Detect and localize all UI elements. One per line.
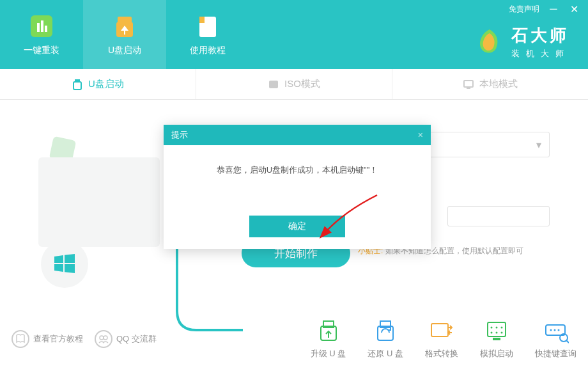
ok-label: 确定 <box>288 221 306 232</box>
mode-tab-iso[interactable]: ISO模式 <box>196 69 392 99</box>
iso-icon <box>268 79 279 90</box>
svg-rect-9 <box>74 82 81 90</box>
svg-rect-3 <box>45 26 47 32</box>
svg-rect-25 <box>493 338 500 340</box>
header-tabs: 一键重装 U盘启动 使用教程 <box>0 0 249 69</box>
people-icon <box>95 330 112 348</box>
action-4[interactable]: 快捷键查询 <box>535 319 576 359</box>
disclaimer-link[interactable]: 免责声明 <box>509 4 539 15</box>
link-label: QQ 交流群 <box>116 333 157 345</box>
brand-logo-icon <box>474 27 505 58</box>
footer-links: 查看官方教程 QQ 交流群 <box>12 330 157 348</box>
svg-point-27 <box>496 327 498 329</box>
footer-actions: 升级 U 盘还原 U 盘格式转换模拟启动快捷键查询 <box>311 319 576 359</box>
svg-point-29 <box>491 332 493 334</box>
brand-subtitle: 装机大师 <box>511 48 570 59</box>
action-icon <box>428 319 456 344</box>
action-label: 格式转换 <box>425 348 458 359</box>
tutorial-link[interactable]: 查看官方教程 <box>12 330 83 348</box>
book-icon <box>12 330 29 348</box>
minimize-button[interactable]: ─ <box>547 3 560 15</box>
dialog-header: 提示 × <box>164 125 431 145</box>
brand-title: 石大师 <box>511 24 570 47</box>
tutorial-icon <box>194 13 221 40</box>
tab-tutorial[interactable]: 使用教程 <box>166 0 249 69</box>
action-label: 快捷键查询 <box>535 348 576 359</box>
svg-point-17 <box>100 336 104 340</box>
action-3[interactable]: 模拟启动 <box>480 319 513 359</box>
svg-point-28 <box>501 327 503 329</box>
action-icon <box>371 319 399 344</box>
mode-tab-label: U盘启动 <box>88 78 124 90</box>
svg-point-33 <box>550 329 552 331</box>
tab-label: U盘启动 <box>108 45 141 56</box>
tab-label: 一键重装 <box>24 45 59 56</box>
windows-icon <box>52 251 77 277</box>
dialog-message: 恭喜您，启动U盘制作成功，本机启动键""！ <box>217 165 378 175</box>
dialog-close-button[interactable]: × <box>418 130 423 140</box>
dialog-ok-button[interactable]: 确定 <box>249 216 345 237</box>
action-label: 还原 U 盘 <box>368 348 403 359</box>
mode-tab-label: 本地模式 <box>479 78 518 90</box>
mode-tab-usb[interactable]: U盘启动 <box>0 69 196 99</box>
svg-rect-2 <box>41 20 43 32</box>
usb-boot-icon <box>111 13 138 40</box>
tab-reinstall[interactable]: 一键重装 <box>0 0 83 69</box>
svg-rect-7 <box>199 17 205 23</box>
link-label: 查看官方教程 <box>33 333 83 345</box>
mode-tabs: U盘启动 ISO模式 本地模式 <box>0 69 588 100</box>
svg-point-26 <box>491 327 493 329</box>
dialog: 提示 × 恭喜您，启动U盘制作成功，本机启动键""！ 确定 <box>164 125 431 249</box>
usb-icon <box>72 79 83 90</box>
dialog-title: 提示 <box>171 129 188 141</box>
svg-point-30 <box>496 332 498 334</box>
action-label: 升级 U 盘 <box>311 348 346 359</box>
reinstall-icon <box>28 13 55 40</box>
close-button[interactable]: ✕ <box>568 3 580 15</box>
qq-group-link[interactable]: QQ 交流群 <box>95 330 157 348</box>
svg-rect-10 <box>269 81 278 88</box>
action-label: 模拟启动 <box>480 348 513 359</box>
svg-point-35 <box>557 329 559 331</box>
mode-tab-local[interactable]: 本地模式 <box>392 69 588 99</box>
svg-point-18 <box>104 336 107 340</box>
tab-label: 使用教程 <box>190 45 226 56</box>
brand: 石大师 装机大师 <box>474 24 570 59</box>
svg-rect-12 <box>467 88 470 89</box>
svg-rect-1 <box>37 23 40 32</box>
mode-tab-label: ISO模式 <box>284 78 320 90</box>
svg-rect-11 <box>464 81 473 87</box>
app-header: 一键重装 U盘启动 使用教程 免责声明 ─ ✕ 石大师 装机大师 <box>0 0 588 69</box>
window-controls: 免责声明 ─ ✕ <box>501 0 588 18</box>
svg-rect-23 <box>431 324 448 336</box>
monitor-icon <box>463 79 474 90</box>
svg-rect-24 <box>488 322 506 336</box>
chevron-down-icon: ▾ <box>536 139 541 151</box>
action-1[interactable]: 还原 U 盘 <box>368 319 403 359</box>
action-icon <box>314 319 343 344</box>
dialog-footer: 确定 <box>164 216 431 249</box>
tab-usb-boot[interactable]: U盘启动 <box>83 0 166 69</box>
action-icon <box>542 319 570 344</box>
config-input[interactable] <box>447 206 550 226</box>
action-0[interactable]: 升级 U 盘 <box>311 319 346 359</box>
svg-point-31 <box>501 332 503 334</box>
action-2[interactable]: 格式转换 <box>425 319 458 359</box>
action-icon <box>483 319 511 344</box>
footer: 查看官方教程 QQ 交流群 升级 U 盘还原 U 盘格式转换模拟启动快捷键查询 <box>0 307 588 371</box>
svg-point-34 <box>553 329 555 331</box>
dialog-body: 恭喜您，启动U盘制作成功，本机启动键""！ <box>164 145 431 216</box>
